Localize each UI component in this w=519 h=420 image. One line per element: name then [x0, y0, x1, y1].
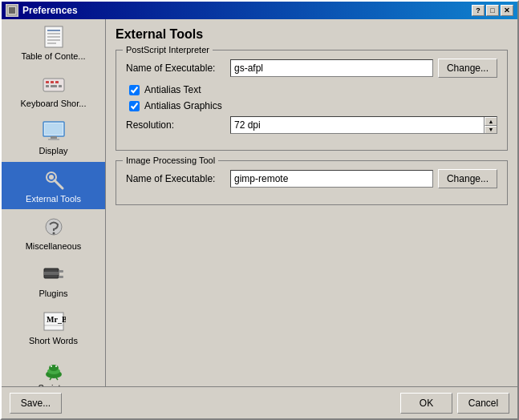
antialias-text-label: Antialias Text	[144, 84, 201, 95]
sidebar-item-scripter[interactable]: Scripter	[2, 351, 105, 386]
svg-rect-28	[44, 272, 59, 275]
sidebar-item-label-display: Display	[39, 146, 67, 156]
sidebar-item-misc[interactable]: Miscellaneous	[2, 209, 105, 256]
resolution-row: Resolution: 72 dpi 96 dpi 150 dpi 300 dp…	[126, 116, 497, 134]
svg-rect-29	[59, 270, 63, 273]
image-processing-group: Image Processing Tool Name of Executable…	[116, 160, 508, 205]
sidebar-item-label-scripter: Scripter	[39, 383, 69, 386]
svg-rect-21	[48, 139, 59, 140]
sidebar-item-shortwords[interactable]: Mr_B Short Words	[2, 304, 105, 351]
svg-point-37	[51, 365, 52, 367]
postscript-group-title: PostScript Interpreter	[123, 45, 213, 55]
footer-left: Save...	[10, 393, 62, 414]
plugins-icon	[41, 261, 67, 287]
cancel-button[interactable]: Cancel	[457, 393, 509, 414]
svg-rect-30	[59, 276, 63, 278]
window-footer: Save... OK Cancel	[2, 386, 517, 418]
app-icon	[6, 4, 18, 17]
resolution-down-button[interactable]: ▼	[485, 126, 497, 134]
sidebar: Table of Conte...	[2, 19, 106, 386]
maximize-button[interactable]: □	[486, 5, 499, 16]
image-processing-change-button[interactable]: Change...	[438, 169, 497, 188]
svg-point-26	[52, 232, 55, 234]
page-title: External Tools	[116, 27, 508, 42]
misc-icon	[41, 214, 67, 240]
postscript-change-button[interactable]: Change...	[438, 59, 497, 78]
window-title: Preferences	[22, 5, 78, 16]
svg-line-23	[55, 180, 63, 188]
sidebar-item-label-toc: Table of Conte...	[21, 51, 85, 62]
ok-button[interactable]: OK	[400, 393, 452, 414]
display-icon	[41, 119, 67, 144]
postscript-name-row: Name of Executable: Change...	[126, 59, 497, 78]
title-bar: Preferences ? □ ✕	[2, 2, 517, 19]
svg-rect-19	[45, 123, 63, 135]
svg-rect-13	[51, 81, 54, 83]
toc-icon	[41, 24, 67, 50]
antialias-text-row: Antialias Text	[129, 84, 497, 95]
svg-point-24	[49, 175, 54, 180]
sidebar-item-label-keyboard: Keyboard Shor...	[21, 99, 87, 109]
preferences-window: Preferences ? □ ✕	[0, 0, 519, 420]
svg-rect-17	[59, 85, 62, 87]
svg-point-36	[49, 365, 59, 371]
external-tools-icon	[41, 167, 67, 192]
postscript-name-label: Name of Executable:	[126, 63, 230, 74]
keyboard-icon	[41, 71, 67, 97]
image-processing-group-title: Image Processing Tool	[123, 155, 218, 165]
svg-rect-0	[7, 6, 17, 15]
antialias-graphics-label: Antialias Graphics	[144, 100, 222, 111]
shortwords-icon: Mr_B	[41, 309, 67, 334]
save-button[interactable]: Save...	[10, 393, 62, 414]
image-processing-name-row: Name of Executable: Change...	[126, 169, 497, 188]
svg-rect-15	[46, 85, 49, 87]
resolution-select-wrap: 72 dpi 96 dpi 150 dpi 300 dpi ▲ ▼	[230, 116, 497, 134]
help-button[interactable]: ?	[472, 5, 485, 16]
close-button[interactable]: ✕	[501, 5, 513, 16]
svg-text:Mr_B: Mr_B	[47, 315, 66, 324]
image-processing-executable-input[interactable]	[230, 170, 433, 188]
svg-rect-16	[51, 85, 57, 87]
sidebar-scroll[interactable]: Table of Conte...	[2, 19, 105, 386]
postscript-group: PostScript Interpreter Name of Executabl…	[116, 50, 508, 151]
svg-rect-14	[55, 81, 59, 83]
sidebar-item-label-tools: External Tools	[26, 194, 81, 204]
scripter-icon	[41, 356, 67, 382]
antialias-graphics-checkbox[interactable]	[129, 101, 140, 111]
resolution-label: Resolution:	[126, 119, 230, 131]
sidebar-item-label-misc: Miscellaneous	[26, 241, 82, 252]
title-buttons: ? □ ✕	[472, 5, 513, 16]
window-body: Table of Conte...	[2, 19, 517, 386]
main-content: External Tools PostScript Interpreter Na…	[106, 19, 517, 386]
postscript-executable-input[interactable]	[230, 59, 433, 77]
sidebar-item-keyboard[interactable]: Keyboard Shor...	[2, 67, 105, 114]
sidebar-item-external-tools[interactable]: External Tools	[2, 162, 105, 209]
antialias-graphics-row: Antialias Graphics	[129, 100, 497, 111]
sidebar-item-toc[interactable]: Table of Conte...	[2, 19, 105, 67]
sidebar-item-label-shortwords: Short Words	[29, 336, 78, 346]
svg-point-38	[55, 365, 57, 367]
resolution-select[interactable]: 72 dpi 96 dpi 150 dpi 300 dpi	[231, 117, 484, 133]
antialias-text-checkbox[interactable]	[129, 85, 140, 95]
sidebar-item-plugins[interactable]: Plugins	[2, 256, 105, 304]
sidebar-item-display[interactable]: Display	[2, 114, 105, 161]
title-bar-left: Preferences	[6, 4, 78, 17]
svg-rect-20	[51, 136, 57, 139]
resolution-spinner: ▲ ▼	[484, 117, 497, 133]
resolution-up-button[interactable]: ▲	[485, 117, 497, 126]
sidebar-item-label-plugins: Plugins	[39, 289, 67, 299]
image-processing-name-label: Name of Executable:	[126, 173, 230, 184]
svg-rect-12	[46, 81, 49, 83]
footer-right: OK Cancel	[400, 393, 509, 414]
